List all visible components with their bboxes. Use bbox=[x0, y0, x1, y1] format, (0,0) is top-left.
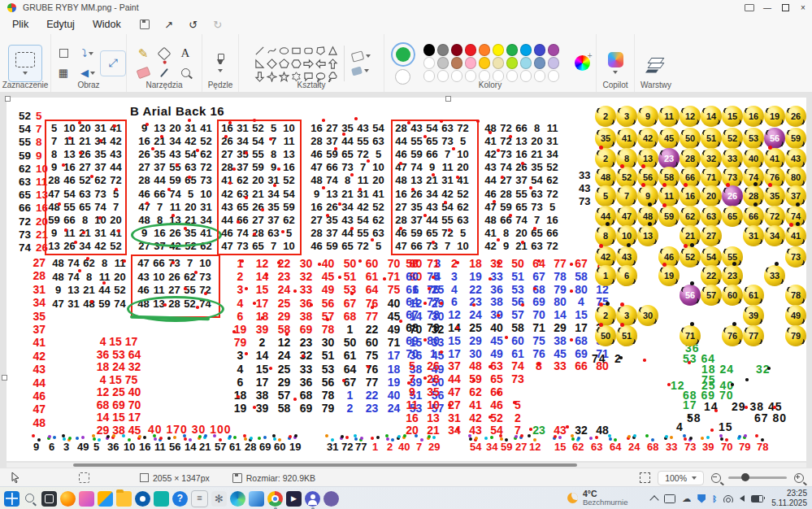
clock[interactable]: 23:25 5.11.2025 bbox=[771, 489, 807, 508]
settings-icon[interactable]: ✻ bbox=[211, 491, 227, 507]
crop-icon[interactable] bbox=[54, 45, 73, 63]
help-app-icon[interactable]: ? bbox=[172, 491, 188, 507]
color-swatch[interactable] bbox=[451, 57, 463, 69]
copilot-icon[interactable] bbox=[608, 52, 623, 67]
paint-canvas[interactable]: B Arial Back 165255475585996210631165136… bbox=[7, 98, 806, 461]
color-swatch[interactable] bbox=[534, 44, 546, 56]
color-swatch[interactable] bbox=[465, 44, 477, 56]
zoom-out-icon[interactable] bbox=[711, 473, 721, 483]
shape-fill-dropdown[interactable] bbox=[352, 67, 371, 75]
wifi-icon[interactable] bbox=[723, 495, 733, 502]
fit-to-screen-icon[interactable] bbox=[640, 472, 650, 483]
shape-rectangle-icon[interactable] bbox=[291, 46, 302, 56]
color-swatch[interactable] bbox=[437, 44, 449, 56]
shape-oval-icon[interactable] bbox=[279, 46, 289, 56]
shape-polygon-icon[interactable] bbox=[315, 46, 326, 56]
color-swatch[interactable] bbox=[506, 44, 519, 56]
fill-bucket-icon[interactable] bbox=[154, 45, 174, 63]
zoom-level-dropdown[interactable]: 100% bbox=[658, 471, 704, 485]
color-swatch[interactable] bbox=[479, 44, 491, 56]
color-picker-icon[interactable] bbox=[154, 64, 174, 82]
color-swatch[interactable] bbox=[493, 57, 505, 69]
shape-rounded-rectangle-icon[interactable] bbox=[303, 46, 314, 56]
paint-app-icon[interactable] bbox=[79, 491, 94, 507]
selection-tool-button[interactable] bbox=[8, 45, 42, 82]
display-icon[interactable] bbox=[664, 494, 675, 503]
edge-icon[interactable] bbox=[230, 491, 245, 507]
canvas-resize-handle[interactable] bbox=[5, 96, 11, 102]
shape-outline-dropdown[interactable] bbox=[352, 52, 371, 61]
color-swatch[interactable] bbox=[548, 44, 560, 56]
text-tool-icon[interactable]: A bbox=[176, 45, 195, 63]
color-swatch[interactable] bbox=[423, 44, 436, 56]
volume-icon[interactable] bbox=[740, 495, 745, 502]
rotate-icon[interactable]: ⤵ bbox=[78, 45, 98, 63]
shape-hexagon-icon[interactable] bbox=[291, 59, 302, 69]
shape-curve-icon[interactable] bbox=[267, 46, 277, 56]
security-shield-icon[interactable] bbox=[697, 494, 706, 503]
maximize-button[interactable] bbox=[776, 0, 794, 15]
start-icon[interactable] bbox=[4, 491, 20, 507]
search-icon[interactable] bbox=[23, 491, 38, 507]
shape-triangle-icon[interactable] bbox=[328, 46, 338, 56]
files-app-icon[interactable] bbox=[98, 491, 113, 507]
color-swatch[interactable] bbox=[437, 57, 449, 69]
scrollbar-thumb[interactable] bbox=[73, 463, 577, 467]
snap-preview-icon[interactable] bbox=[740, 0, 758, 15]
color-swatch[interactable] bbox=[451, 44, 463, 56]
store-app-icon[interactable] bbox=[154, 491, 169, 507]
redo-icon[interactable]: ↻ bbox=[208, 17, 228, 32]
color-swatch[interactable] bbox=[520, 44, 532, 56]
hp-app-icon[interactable] bbox=[135, 491, 150, 507]
color-swatch[interactable] bbox=[465, 57, 477, 69]
file-explorer-icon[interactable] bbox=[116, 491, 132, 507]
gray-app-icon[interactable]: ≡ bbox=[191, 490, 208, 507]
people-icon[interactable] bbox=[305, 491, 320, 507]
shape-right-triangle-icon[interactable] bbox=[254, 59, 265, 69]
magnifier-icon[interactable] bbox=[176, 64, 195, 82]
task-view-icon[interactable] bbox=[41, 491, 57, 507]
undo-icon[interactable]: ↺ bbox=[184, 17, 203, 32]
color-1-selected[interactable] bbox=[391, 42, 415, 67]
minimize-button[interactable]: — bbox=[758, 0, 776, 15]
flip-icon[interactable]: ◀ bbox=[78, 64, 98, 82]
brush-icon[interactable] bbox=[215, 54, 225, 65]
pencil-icon[interactable]: ✎ bbox=[133, 45, 153, 63]
layers-icon[interactable] bbox=[649, 58, 663, 69]
media-player-icon[interactable]: ▶ bbox=[286, 491, 302, 507]
save-icon[interactable] bbox=[135, 17, 154, 32]
close-button[interactable]: × bbox=[794, 0, 812, 15]
shape-diamond-icon[interactable] bbox=[267, 59, 277, 69]
color-swatch[interactable] bbox=[534, 57, 546, 69]
tray-chevron-up-icon[interactable] bbox=[651, 494, 658, 503]
shape-arrow-left-icon[interactable] bbox=[315, 59, 326, 69]
zoom-in-icon[interactable] bbox=[794, 473, 804, 483]
battery-icon[interactable] bbox=[751, 495, 763, 502]
zoom-slider-thumb[interactable] bbox=[741, 473, 749, 481]
select-pixels-icon[interactable]: ▦ bbox=[54, 64, 73, 82]
weather-widget[interactable]: 4°C Bezchmurnie bbox=[567, 489, 627, 507]
color-swatch[interactable] bbox=[479, 57, 491, 69]
canvas-resize-handle[interactable] bbox=[2, 375, 7, 381]
canvas-resize-handle[interactable] bbox=[445, 96, 451, 102]
shape-line-icon[interactable] bbox=[254, 46, 265, 56]
color-swatch[interactable] bbox=[423, 57, 436, 69]
menu-item-plik[interactable]: Plik bbox=[3, 16, 37, 33]
menu-item-widok[interactable]: Widok bbox=[84, 16, 130, 33]
purple-app-icon[interactable] bbox=[323, 491, 339, 507]
shape-arrow-up-icon[interactable] bbox=[328, 59, 338, 69]
edit-colors-icon[interactable] bbox=[575, 55, 590, 71]
color-swatch[interactable] bbox=[548, 57, 560, 69]
color-swatch[interactable] bbox=[520, 57, 532, 69]
color-swatch[interactable] bbox=[493, 44, 505, 56]
chrome-icon[interactable] bbox=[267, 491, 283, 507]
menu-item-edytuj[interactable]: Edytuj bbox=[37, 16, 84, 33]
resize-image-icon[interactable]: ⤢ bbox=[100, 50, 126, 76]
color-swatch[interactable] bbox=[506, 57, 519, 69]
bluetooth-icon[interactable]: ᛒ bbox=[712, 494, 717, 503]
zoom-slider[interactable] bbox=[728, 476, 787, 479]
share-icon[interactable]: ↗ bbox=[159, 17, 179, 32]
firefox-icon[interactable] bbox=[60, 491, 76, 507]
shape-pentagon-icon[interactable] bbox=[279, 59, 289, 69]
eraser-icon[interactable] bbox=[133, 64, 153, 82]
